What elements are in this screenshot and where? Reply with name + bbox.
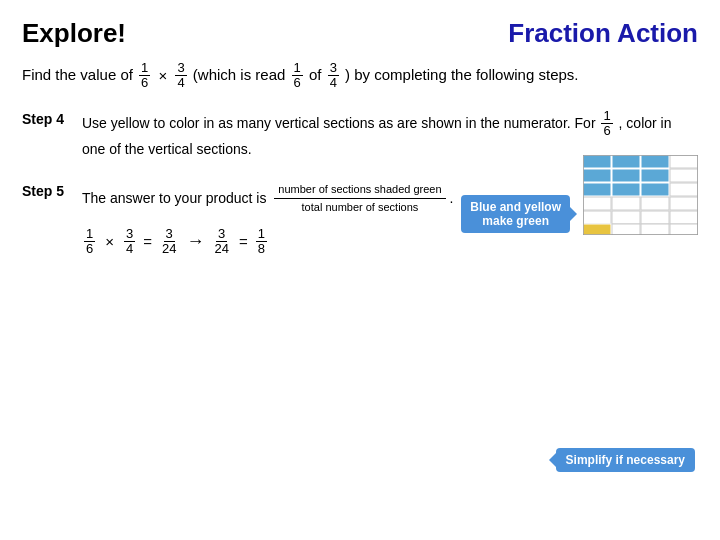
svg-rect-16 xyxy=(583,211,611,224)
svg-rect-13 xyxy=(612,197,640,210)
step4-fraction: 1 6 xyxy=(601,109,612,139)
svg-rect-4 xyxy=(583,169,611,182)
eq-equals1: = xyxy=(143,233,152,250)
svg-rect-2 xyxy=(641,155,669,168)
fraction-grid-svg xyxy=(583,155,698,235)
eq-arrow: → xyxy=(186,231,204,252)
svg-rect-3 xyxy=(670,155,698,168)
svg-rect-1 xyxy=(612,155,640,168)
eq-frac4: 3 24 xyxy=(212,227,230,257)
svg-rect-11 xyxy=(670,183,698,196)
svg-rect-20 xyxy=(583,224,611,235)
intro-fraction4: 3 4 xyxy=(328,61,339,91)
explore-title: Explore! xyxy=(22,18,126,49)
callout-blue-line2: make green xyxy=(482,214,549,228)
svg-rect-7 xyxy=(670,169,698,182)
svg-rect-8 xyxy=(583,183,611,196)
intro-text-which: (which is read xyxy=(193,66,290,83)
svg-rect-0 xyxy=(583,155,611,168)
step4-row: Step 4 Use yellow to color in as many ve… xyxy=(22,109,698,161)
callout-simplify-label: Simplify if necessary xyxy=(566,453,685,467)
page: Explore! Fraction Action Find the value … xyxy=(0,0,720,540)
step5-numerator-text: number of sections shaded green xyxy=(274,181,445,200)
intro-times: × xyxy=(158,67,167,84)
step4-text1: Use yellow to color in as many vertical … xyxy=(82,114,596,130)
svg-rect-18 xyxy=(641,211,669,224)
intro-text-before: Find the value of xyxy=(22,66,133,83)
svg-rect-17 xyxy=(612,211,640,224)
step5-label: Step 5 xyxy=(22,181,82,199)
intro-fraction2: 3 4 xyxy=(175,61,186,91)
step5-text: The answer to your product is xyxy=(82,189,266,205)
intro-text: Find the value of 1 6 × 3 4 (which is re… xyxy=(22,61,698,91)
eq-frac2: 3 4 xyxy=(124,227,135,257)
callout-simplify: Simplify if necessary xyxy=(556,448,695,472)
svg-rect-5 xyxy=(612,169,640,182)
svg-rect-23 xyxy=(670,224,698,235)
svg-rect-21 xyxy=(612,224,640,235)
step4-content: Use yellow to color in as many vertical … xyxy=(82,109,698,161)
svg-rect-6 xyxy=(641,169,669,182)
step5-denominator-text: total number of sections xyxy=(298,199,423,217)
svg-rect-12 xyxy=(583,197,611,210)
eq-equals2: = xyxy=(239,233,248,250)
grid-visualization xyxy=(583,155,698,235)
svg-rect-10 xyxy=(641,183,669,196)
svg-rect-14 xyxy=(641,197,669,210)
fraction-action-title: Fraction Action xyxy=(508,18,698,49)
eq-frac3: 3 24 xyxy=(160,227,178,257)
intro-text-of: of xyxy=(309,66,326,83)
eq-frac5: 1 8 xyxy=(256,227,267,257)
eq-frac1: 1 6 xyxy=(84,227,95,257)
header: Explore! Fraction Action xyxy=(22,18,698,49)
eq-times: × xyxy=(105,233,114,250)
svg-rect-15 xyxy=(670,197,698,210)
intro-fraction1: 1 6 xyxy=(139,61,150,91)
step4-label: Step 4 xyxy=(22,109,82,127)
svg-rect-9 xyxy=(612,183,640,196)
intro-text-after: ) by completing the following steps. xyxy=(345,66,578,83)
svg-rect-22 xyxy=(641,224,669,235)
callout-blue-yellow: Blue and yellow make green xyxy=(461,195,570,233)
svg-rect-19 xyxy=(670,211,698,224)
intro-fraction3: 1 6 xyxy=(292,61,303,91)
step5-answer-fraction: number of sections shaded green total nu… xyxy=(274,181,445,217)
callout-blue-line1: Blue and yellow xyxy=(470,200,561,214)
